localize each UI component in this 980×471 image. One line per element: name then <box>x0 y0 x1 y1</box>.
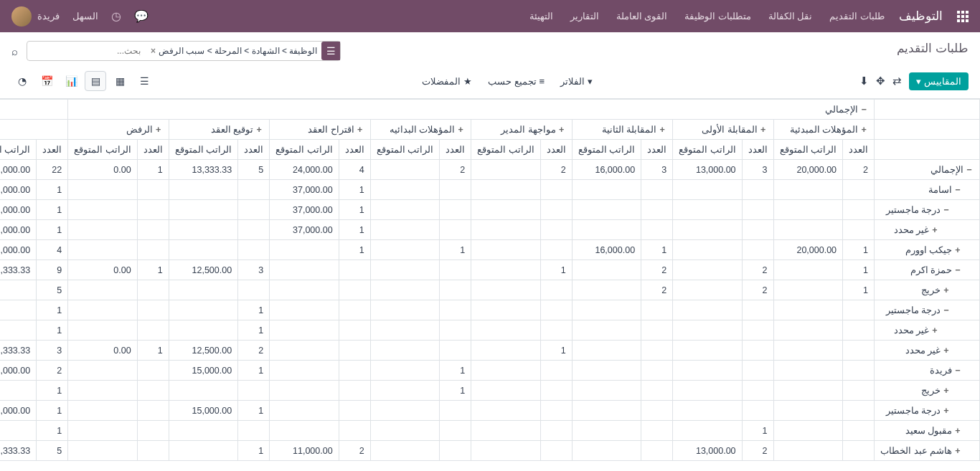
pivot-cell[interactable] <box>238 220 270 240</box>
pivot-cell[interactable] <box>540 320 572 341</box>
col-group-header[interactable]: +مواجهة المدير <box>471 120 572 140</box>
pivot-cell[interactable] <box>270 320 339 341</box>
pivot-cell[interactable]: 1 <box>137 260 169 280</box>
pivot-cell[interactable] <box>540 240 572 260</box>
pivot-cell[interactable] <box>238 280 270 300</box>
pivot-cell[interactable]: 2 <box>540 160 572 180</box>
pivot-cell[interactable] <box>137 220 169 240</box>
row-header[interactable]: +غير محدد <box>875 320 980 341</box>
pivot-cell[interactable]: 1 <box>742 421 773 441</box>
col-group-header[interactable]: +اقتراح العقد <box>270 120 370 140</box>
pivot-cell[interactable] <box>742 220 773 240</box>
pivot-cell[interactable] <box>471 300 540 320</box>
row-header[interactable]: −حمزة اكرم <box>875 260 980 280</box>
pivot-cell[interactable] <box>673 200 742 220</box>
pivot-cell[interactable] <box>572 200 641 220</box>
pivot-cell[interactable] <box>540 280 572 300</box>
pivot-cell[interactable] <box>773 421 842 441</box>
pivot-cell[interactable] <box>68 200 137 220</box>
pivot-cell[interactable]: 13,000.00 <box>673 441 742 461</box>
pivot-cell[interactable] <box>270 280 339 300</box>
apps-icon[interactable] <box>957 11 969 22</box>
row-header[interactable]: +جيكب اوورم <box>875 240 980 260</box>
pivot-cell[interactable] <box>339 361 370 381</box>
pivot-cell[interactable] <box>471 220 540 240</box>
pivot-cell[interactable] <box>169 300 237 320</box>
pivot-cell[interactable]: 11,000.00 <box>270 441 339 461</box>
pivot-cell[interactable] <box>641 300 673 320</box>
pivot-cell[interactable] <box>773 280 842 300</box>
pivot-cell[interactable] <box>339 341 370 361</box>
col-group-header[interactable]: +المقابلة الثانية <box>572 120 672 140</box>
pivot-cell[interactable] <box>137 320 169 341</box>
pivot-cell[interactable] <box>137 441 169 461</box>
pivot-cell[interactable] <box>742 320 773 341</box>
col-total-header[interactable]: −الإجمالي <box>68 100 875 120</box>
pivot-cell[interactable] <box>68 220 137 240</box>
pivot-cell[interactable] <box>370 361 439 381</box>
pivot-cell[interactable] <box>540 441 572 461</box>
pivot-cell[interactable] <box>270 260 339 280</box>
row-header[interactable]: +مقبول سعيد <box>875 421 980 441</box>
row-header[interactable]: −درجة ماجستير <box>875 200 980 220</box>
pivot-cell[interactable] <box>843 381 875 401</box>
pivot-cell[interactable] <box>843 361 875 381</box>
pivot-cell[interactable] <box>137 401 169 421</box>
search-input[interactable] <box>27 43 146 59</box>
pivot-cell[interactable]: 2 <box>742 280 773 300</box>
pivot-cell[interactable] <box>641 421 673 441</box>
pivot-cell[interactable]: 1 <box>238 441 270 461</box>
pivot-cell[interactable] <box>137 280 169 300</box>
view-kanban-icon[interactable]: ▦ <box>109 71 131 91</box>
pivot-total-cell[interactable]: 1 <box>37 200 68 220</box>
pivot-cell[interactable] <box>238 381 270 401</box>
pivot-cell[interactable] <box>572 220 641 240</box>
row-header[interactable]: +غير محدد <box>875 220 980 240</box>
pivot-cell[interactable] <box>471 260 540 280</box>
pivot-cell[interactable]: 0.00 <box>68 341 137 361</box>
pivot-cell[interactable] <box>540 220 572 240</box>
pivot-cell[interactable]: 2 <box>641 280 673 300</box>
pivot-cell[interactable] <box>673 341 742 361</box>
pivot-cell[interactable] <box>773 441 842 461</box>
pivot-cell[interactable] <box>773 361 842 381</box>
pivot-cell[interactable] <box>270 240 339 260</box>
view-pivot-icon[interactable]: ▤ <box>85 71 106 91</box>
filters-button[interactable]: ▾ الفلاتر <box>560 76 593 87</box>
row-header[interactable]: +درجة ماجستير <box>875 401 980 421</box>
pivot-cell[interactable] <box>68 441 137 461</box>
pivot-cell[interactable] <box>440 260 471 280</box>
pivot-cell[interactable] <box>471 320 540 341</box>
col-group-header[interactable]: +توقيع العقد <box>169 120 269 140</box>
pivot-cell[interactable] <box>370 200 439 220</box>
pivot-cell[interactable] <box>137 361 169 381</box>
pivot-cell[interactable] <box>843 220 875 240</box>
pivot-cell[interactable] <box>471 160 540 180</box>
pivot-cell[interactable]: 15,000.00 <box>169 401 237 421</box>
pivot-cell[interactable] <box>540 401 572 421</box>
pivot-cell[interactable]: 3 <box>238 260 270 280</box>
pivot-cell[interactable] <box>68 280 137 300</box>
pivot-cell[interactable] <box>68 180 137 200</box>
row-header[interactable]: −اسامة <box>875 180 980 200</box>
pivot-cell[interactable] <box>641 361 673 381</box>
pivot-cell[interactable] <box>572 401 641 421</box>
pivot-total-cell[interactable]: 9 <box>37 260 68 280</box>
pivot-cell[interactable] <box>742 341 773 361</box>
pivot-cell[interactable] <box>169 180 237 200</box>
pivot-cell[interactable] <box>68 240 137 260</box>
download-icon[interactable]: ⬇ <box>859 75 869 87</box>
search-toggle-icon[interactable]: ☰ <box>321 42 340 60</box>
pivot-cell[interactable] <box>440 320 471 341</box>
pivot-cell[interactable] <box>440 401 471 421</box>
pivot-cell[interactable]: 1 <box>339 220 370 240</box>
pivot-cell[interactable]: 37,000.00 <box>270 200 339 220</box>
pivot-cell[interactable]: 1 <box>238 401 270 421</box>
pivot-cell[interactable] <box>673 381 742 401</box>
pivot-total-cell[interactable]: 37,000.00 <box>0 220 37 240</box>
pivot-cell[interactable] <box>673 421 742 441</box>
pivot-cell[interactable] <box>471 421 540 441</box>
search-filter-chip[interactable]: الوظيفة > الشهادة > المرحلة > سبب الرفض … <box>146 44 321 57</box>
pivot-cell[interactable] <box>370 401 439 421</box>
pivot-cell[interactable] <box>370 160 439 180</box>
